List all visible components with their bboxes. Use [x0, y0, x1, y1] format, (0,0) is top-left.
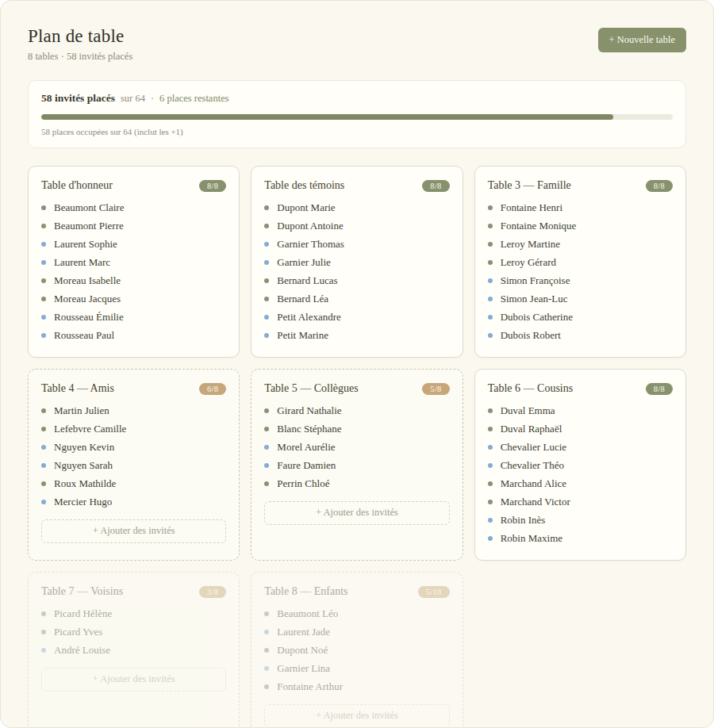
- guest-name: Faure Damien: [277, 459, 336, 472]
- seats-badge: 5/10: [418, 586, 450, 598]
- add-guests-button[interactable]: + Ajouter des invités: [41, 519, 226, 543]
- guest-list: Girard Nathalie Blanc Stéphane Morel Aur…: [264, 401, 449, 492]
- guest-row[interactable]: Morel Aurélie: [264, 438, 449, 456]
- guest-row[interactable]: Laurent Sophie: [41, 235, 226, 253]
- guest-row[interactable]: Robin Maxime: [488, 529, 673, 547]
- guest-row[interactable]: Laurent Marc: [41, 253, 226, 271]
- guest-row[interactable]: Garnier Julie: [264, 253, 449, 271]
- guest-row[interactable]: André Louise: [41, 641, 226, 659]
- guest-row[interactable]: Picard Yves: [41, 623, 226, 641]
- guest-row[interactable]: Faure Damien: [264, 456, 449, 474]
- guest-row[interactable]: Moreau Isabelle: [41, 271, 226, 289]
- guest-dot-icon: [488, 224, 493, 228]
- guest-dot-icon: [41, 611, 46, 616]
- table-card-header: Table d'honneur 8/8: [41, 176, 226, 192]
- guest-name: Garnier Julie: [277, 256, 331, 269]
- table-card: Table des témoins 8/8 Dupont Marie Dupon…: [251, 166, 463, 358]
- guest-name: Robin Inès: [501, 514, 546, 527]
- add-guests-button[interactable]: + Ajouter des invités: [41, 668, 226, 692]
- guest-row[interactable]: Blanc Stéphane: [264, 420, 449, 438]
- add-guests-button[interactable]: + Ajouter des invités: [264, 501, 449, 525]
- placed-total: sur 64: [121, 93, 145, 105]
- header: Plan de table 8 tables · 58 invités plac…: [28, 26, 686, 63]
- new-table-button[interactable]: + Nouvelle table: [598, 28, 686, 52]
- guest-dot-icon: [41, 408, 46, 413]
- guest-row[interactable]: Bernard Léa: [264, 289, 449, 308]
- guest-dot-icon: [264, 260, 269, 265]
- guest-name: Robin Maxime: [501, 532, 562, 545]
- guest-name: Garnier Lina: [277, 662, 330, 675]
- guest-name: Beaumont Claire: [54, 201, 124, 214]
- capacity-caption: 58 places occupées sur 64 (inclut les +1…: [41, 127, 673, 136]
- guest-row[interactable]: Nguyen Sarah: [41, 456, 226, 474]
- guest-row[interactable]: Nguyen Kevin: [41, 438, 226, 456]
- guest-row[interactable]: Garnier Lina: [264, 659, 449, 677]
- guest-row[interactable]: Mercier Hugo: [41, 492, 226, 511]
- guest-row[interactable]: Simon Françoise: [488, 271, 673, 289]
- guest-row[interactable]: Perrin Chloé: [264, 474, 449, 492]
- guest-row[interactable]: Picard Hélène: [41, 604, 226, 623]
- guest-name: Laurent Jade: [277, 626, 330, 638]
- guest-dot-icon: [264, 205, 269, 210]
- guest-list: Fontaine Henri Fontaine Monique Leroy Ma…: [488, 198, 673, 344]
- table-card-header: Table 6 — Cousins 8/8: [488, 379, 673, 395]
- guest-name: Fontaine Henri: [501, 201, 562, 214]
- guest-row[interactable]: Chevalier Lucie: [488, 438, 673, 456]
- guest-row[interactable]: Laurent Jade: [264, 623, 449, 641]
- table-card: Table 3 — Famille 8/8 Fontaine Henri Fon…: [474, 166, 686, 358]
- guest-row[interactable]: Marchand Alice: [488, 474, 673, 492]
- guest-row[interactable]: Moreau Jacques: [41, 289, 226, 308]
- guest-row[interactable]: Beaumont Léo: [264, 604, 449, 623]
- guest-row[interactable]: Dupont Marie: [264, 198, 449, 216]
- guest-name: André Louise: [54, 644, 110, 657]
- add-guests-button[interactable]: + Ajouter des invités: [264, 704, 449, 728]
- table-card: Table 8 — Enfants 5/10 Beaumont Léo Laur…: [251, 572, 463, 728]
- header-titles: Plan de table 8 tables · 58 invités plac…: [28, 26, 132, 63]
- guest-row[interactable]: Petit Marine: [264, 326, 449, 344]
- guest-dot-icon: [264, 242, 269, 247]
- table-name: Table 8 — Enfants: [264, 585, 347, 598]
- guest-row[interactable]: Duval Raphaël: [488, 420, 673, 438]
- guest-row[interactable]: Dubois Catherine: [488, 308, 673, 326]
- guest-row[interactable]: Marchand Victor: [488, 492, 673, 511]
- table-card: Table 6 — Cousins 8/8 Duval Emma Duval R…: [474, 369, 686, 561]
- guest-row[interactable]: Petit Alexandre: [264, 308, 449, 326]
- guest-dot-icon: [488, 445, 493, 450]
- table-card: Table 5 — Collègues 5/8 Girard Nathalie …: [251, 369, 463, 561]
- guest-row[interactable]: Dupont Antoine: [264, 216, 449, 235]
- guest-row[interactable]: Leroy Gérard: [488, 253, 673, 271]
- guest-row[interactable]: Martin Julien: [41, 401, 226, 420]
- guest-row[interactable]: Fontaine Henri: [488, 198, 673, 216]
- seats-badge: 3/8: [199, 586, 226, 598]
- guest-row[interactable]: Leroy Martine: [488, 235, 673, 253]
- guest-name: Dupont Marie: [277, 201, 335, 214]
- guest-row[interactable]: Duval Emma: [488, 401, 673, 420]
- guest-row[interactable]: Fontaine Monique: [488, 216, 673, 235]
- guest-row[interactable]: Dupont Noé: [264, 641, 449, 659]
- guest-name: Leroy Gérard: [501, 256, 556, 269]
- page-subtitle: 8 tables · 58 invités placés: [28, 51, 132, 63]
- guest-row[interactable]: Dubois Robert: [488, 326, 673, 344]
- guest-row[interactable]: Beaumont Claire: [41, 198, 226, 216]
- guest-row[interactable]: Fontaine Arthur: [264, 677, 449, 695]
- guest-dot-icon: [488, 427, 493, 431]
- guest-name: Bernard Lucas: [277, 274, 337, 287]
- guest-name: Beaumont Pierre: [54, 220, 124, 232]
- guest-name: Bernard Léa: [277, 293, 328, 305]
- guest-row[interactable]: Beaumont Pierre: [41, 216, 226, 235]
- guest-row[interactable]: Rousseau Paul: [41, 326, 226, 344]
- guest-row[interactable]: Robin Inès: [488, 511, 673, 529]
- guest-dot-icon: [488, 536, 493, 541]
- guest-name: Marchand Alice: [501, 477, 566, 490]
- guest-dot-icon: [41, 224, 46, 228]
- guest-row[interactable]: Roux Mathilde: [41, 474, 226, 492]
- guest-row[interactable]: Rousseau Émilie: [41, 308, 226, 326]
- guest-row[interactable]: Lefebvre Camille: [41, 420, 226, 438]
- guest-row[interactable]: Bernard Lucas: [264, 271, 449, 289]
- guest-row[interactable]: Garnier Thomas: [264, 235, 449, 253]
- guest-row[interactable]: Chevalier Théo: [488, 456, 673, 474]
- guest-row[interactable]: Simon Jean-Luc: [488, 289, 673, 308]
- guest-row[interactable]: Girard Nathalie: [264, 401, 449, 420]
- table-name: Table 6 — Cousins: [488, 382, 574, 395]
- table-card-header: Table 3 — Famille 8/8: [488, 176, 673, 192]
